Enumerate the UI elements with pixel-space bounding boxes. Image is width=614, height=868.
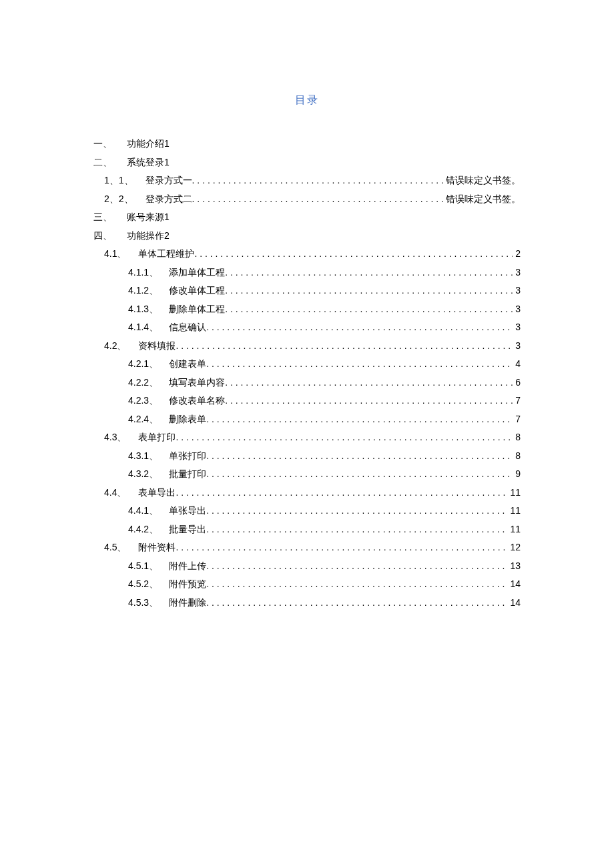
toc-entry[interactable]: 4.1.2、修改单体工程3	[93, 285, 521, 297]
toc-title: 目录	[93, 93, 521, 107]
toc-leader-dots	[176, 340, 513, 351]
toc-entry-number: 4.4.2、	[128, 524, 158, 536]
toc-entry[interactable]: 4.1.3、删除单体工程3	[93, 304, 521, 316]
toc-entry-page: 8	[513, 450, 521, 461]
toc-entry[interactable]: 1、1、登录方式一错误味定义书签。	[93, 175, 521, 187]
toc-entry-title: 修改单体工程	[169, 285, 225, 297]
toc-leader-dots	[225, 395, 513, 406]
toc-entry-number: 4.3.2、	[128, 468, 158, 480]
toc-entry[interactable]: 4.1.4、信息确认3	[93, 322, 521, 334]
toc-entry-page: 12	[507, 542, 521, 552]
toc-entry-number: 4.2.3、	[128, 395, 158, 407]
toc-entry[interactable]: 4.5、附件资料12	[93, 542, 521, 554]
toc-entry[interactable]: 4.2.2、填写表单内容6	[93, 377, 521, 389]
toc-entry-title: 附件资料	[138, 542, 176, 554]
toc-entry-title: 批量导出	[169, 524, 206, 536]
toc-leader-dots	[225, 285, 513, 296]
toc-entry[interactable]: 2、2、登录方式二错误味定义书签。	[93, 193, 521, 205]
toc-entry-number: 4.4、	[104, 487, 126, 499]
toc-entry-title: 表单导出	[138, 487, 176, 499]
toc-entry-page: 4	[513, 358, 521, 369]
toc-entry-number: 4.1.3、	[128, 304, 158, 316]
toc-entry-page: 3	[513, 322, 521, 332]
toc-entry-title: 资料填报	[138, 340, 176, 352]
toc-entry[interactable]: 4.3、表单打印8	[93, 432, 521, 444]
toc-entry-title: 功能操作2	[127, 230, 170, 242]
toc-entry-number: 4.2、	[104, 340, 126, 352]
toc-entry[interactable]: 一、功能介绍1	[93, 138, 521, 150]
toc-entry[interactable]: 4.2.3、修改表单名称7	[93, 395, 521, 407]
toc-entry[interactable]: 四、功能操作2	[93, 230, 521, 242]
toc-entry[interactable]: 4.3.1、单张打印8	[93, 450, 521, 462]
toc-entry[interactable]: 4.2、资料填报3	[93, 340, 521, 352]
toc-entry-number: 二、	[93, 157, 127, 169]
toc-entry-number: 1、1、	[104, 175, 133, 187]
toc-entry-page: 14	[507, 597, 521, 608]
toc-entry-number: 4.1、	[104, 248, 126, 260]
toc-entry-page: 11	[507, 505, 521, 516]
toc-entry-number: 4.5、	[104, 542, 126, 554]
toc-entry-page: 8	[513, 432, 521, 442]
toc-entry-page: 3	[513, 340, 521, 351]
toc-entry-title: 附件预览	[169, 578, 206, 590]
toc-entry[interactable]: 4.5.2、附件预览14	[93, 578, 521, 590]
toc-entry-number: 4.1.4、	[128, 322, 158, 334]
toc-list: 一、功能介绍1二、系统登录11、1、登录方式一错误味定义书签。2、2、登录方式二…	[93, 138, 521, 609]
toc-entry-title: 修改表单名称	[169, 395, 225, 407]
toc-entry[interactable]: 4.2.1、创建表单4	[93, 358, 521, 370]
toc-leader-dots	[206, 524, 507, 534]
toc-leader-dots	[206, 414, 513, 424]
toc-entry[interactable]: 4.3.2、批量打印9	[93, 468, 521, 480]
toc-entry-title: 登录方式一	[145, 175, 192, 187]
toc-entry[interactable]: 三、账号来源1	[93, 211, 521, 224]
toc-leader-dots	[206, 322, 513, 332]
toc-entry-title: 添加单体工程	[169, 267, 225, 279]
toc-entry-number: 4.4.1、	[128, 505, 158, 517]
toc-entry-number: 4.3.1、	[128, 450, 158, 462]
toc-entry-page: 13	[507, 560, 521, 571]
toc-entry-title: 登录方式二	[145, 193, 192, 205]
toc-entry[interactable]: 4.4.2、批量导出11	[93, 524, 521, 536]
toc-entry-page: 2	[513, 248, 521, 259]
toc-entry[interactable]: 4.2.4、删除表单7	[93, 414, 521, 426]
toc-entry-title: 删除表单	[169, 414, 206, 426]
toc-leader-dots	[176, 432, 513, 442]
toc-entry[interactable]: 4.5.1、附件上传13	[93, 560, 521, 572]
toc-leader-dots	[206, 468, 513, 479]
toc-leader-dots	[206, 358, 513, 369]
toc-entry-page: 3	[513, 304, 521, 314]
toc-entry-title: 附件删除	[169, 597, 206, 609]
toc-entry[interactable]: 4.1、单体工程维护2	[93, 248, 521, 260]
toc-entry-number: 4.2.1、	[128, 358, 158, 370]
toc-leader-dots	[206, 597, 507, 608]
toc-entry-page: 11	[507, 524, 521, 534]
toc-entry-page: 3	[513, 267, 521, 278]
toc-entry-number: 四、	[93, 230, 127, 242]
toc-leader-dots	[206, 578, 507, 589]
toc-leader-dots	[194, 248, 513, 259]
toc-entry-title: 单张打印	[169, 450, 206, 462]
toc-entry-page: 错误味定义书签。	[443, 193, 521, 205]
toc-entry-page: 9	[513, 468, 521, 479]
toc-entry-number: 4.2.2、	[128, 377, 158, 389]
toc-entry-number: 4.5.3、	[128, 597, 158, 609]
toc-entry[interactable]: 4.1.1、添加单体工程3	[93, 267, 521, 279]
toc-entry-number: 一、	[93, 138, 127, 150]
toc-entry-page: 7	[513, 414, 521, 424]
toc-entry[interactable]: 4.4.1、单张导出11	[93, 505, 521, 517]
toc-leader-dots	[225, 377, 513, 388]
toc-entry-title: 系统登录1	[127, 157, 170, 169]
toc-entry-page: 3	[513, 285, 521, 296]
toc-entry[interactable]: 4.4、表单导出11	[93, 487, 521, 499]
toc-entry-number: 4.5.1、	[128, 560, 158, 572]
toc-entry-title: 删除单体工程	[169, 304, 225, 316]
toc-entry[interactable]: 二、系统登录1	[93, 157, 521, 169]
toc-leader-dots	[225, 267, 513, 278]
toc-leader-dots	[192, 193, 443, 204]
toc-entry-number: 4.1.2、	[128, 285, 158, 297]
toc-entry-title: 表单打印	[138, 432, 176, 444]
toc-entry[interactable]: 4.5.3、附件删除14	[93, 597, 521, 609]
toc-entry-title: 账号来源1	[127, 211, 170, 224]
toc-entry-title: 信息确认	[169, 322, 206, 334]
toc-entry-number: 4.3、	[104, 432, 126, 444]
